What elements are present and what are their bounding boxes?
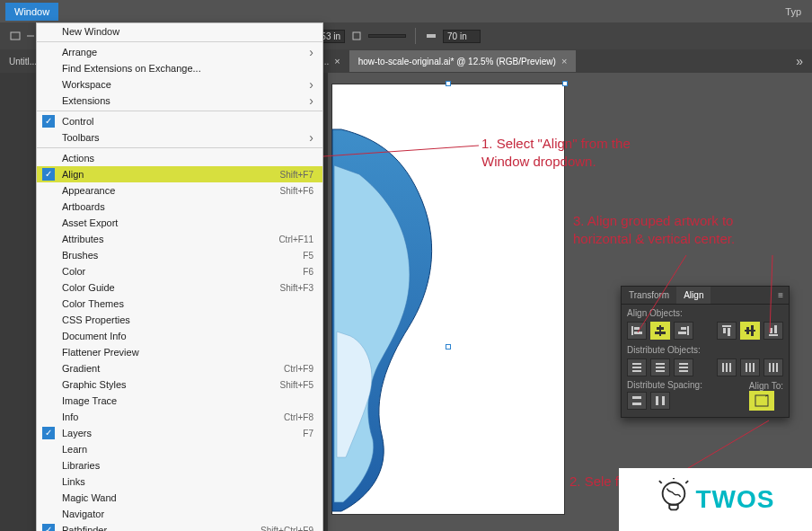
close-icon[interactable]: × — [334, 56, 340, 66]
svg-rect-39 — [753, 363, 755, 372]
menu-item-links[interactable]: Links — [37, 473, 322, 490]
distribute-top-button[interactable] — [627, 358, 647, 376]
selection-handle[interactable] — [446, 81, 451, 86]
menu-item-magic-wand[interactable]: Magic Wand — [37, 490, 322, 506]
section-label: Align To: — [749, 381, 783, 391]
menu-item-label: Attributes — [62, 234, 103, 244]
svg-rect-20 — [746, 327, 749, 334]
menu-item-toolbars[interactable]: Toolbars — [37, 129, 322, 146]
svg-rect-29 — [656, 367, 665, 368]
menu-item-label: Magic Wand — [62, 492, 117, 503]
align-panel[interactable]: Transform Align ≡ Align Objects: Distrib… — [621, 286, 790, 418]
menu-item-flattener-preview[interactable]: Flattener Preview — [37, 344, 322, 360]
menu-item-shortcut: Ctrl+F11 — [278, 235, 313, 244]
svg-rect-47 — [755, 395, 768, 406]
align-top-button[interactable] — [717, 322, 737, 340]
menu-item-gradient[interactable]: GradientCtrl+F9 — [37, 360, 322, 376]
distribute-left-button[interactable] — [717, 358, 737, 376]
align-right-button[interactable] — [674, 322, 693, 340]
panel-menu-icon[interactable]: ≡ — [772, 287, 789, 304]
menu-item-label: Actions — [62, 153, 94, 164]
link-icon[interactable] — [350, 30, 363, 42]
menu-item-document-info[interactable]: Document Info — [37, 328, 322, 344]
svg-rect-28 — [656, 363, 665, 365]
svg-rect-32 — [679, 367, 688, 368]
menu-item-appearance[interactable]: AppearanceShift+F6 — [37, 182, 322, 199]
svg-rect-17 — [723, 328, 726, 333]
distribute-right-button[interactable] — [763, 358, 783, 376]
menu-item-label: Asset Export — [62, 217, 118, 228]
distribute-spacing-v-button[interactable] — [627, 392, 647, 410]
svg-rect-30 — [656, 370, 665, 372]
menu-item-learn[interactable]: Learn — [37, 441, 322, 457]
align-bottom-button[interactable] — [763, 322, 783, 340]
menu-item-color-guide[interactable]: Color GuideShift+F3 — [37, 279, 322, 296]
menu-item-label: Color Guide — [62, 282, 115, 293]
panel-tab-transform[interactable]: Transform — [622, 287, 676, 304]
align-icon[interactable] — [425, 30, 437, 42]
menu-item-label: Navigator — [62, 509, 104, 519]
distribute-vcenter-button[interactable] — [650, 358, 670, 376]
distribute-spacing-h-button[interactable] — [650, 392, 670, 410]
svg-rect-40 — [769, 363, 771, 372]
svg-rect-42 — [776, 363, 778, 372]
section-label: Align Objects: — [622, 305, 789, 320]
align-horizontal-center-button[interactable] — [650, 322, 670, 340]
align-left-button[interactable] — [627, 322, 647, 340]
menu-item-label: Find Extensions on Exchange... — [62, 63, 201, 74]
menu-item-color[interactable]: ColorF6 — [37, 263, 322, 279]
tab-original[interactable]: how-to-scale-original.ai* @ 12.5% (RGB/P… — [349, 50, 577, 72]
other-input[interactable] — [368, 34, 406, 38]
align-vertical-center-button[interactable] — [740, 322, 760, 340]
menu-item-info[interactable]: InfoCtrl+F8 — [37, 409, 322, 425]
menu-item-layers[interactable]: ✓LayersF7 — [37, 425, 322, 441]
menu-item-new-window[interactable]: New Window — [37, 23, 322, 40]
menu-item-shortcut: Ctrl+F9 — [284, 364, 313, 374]
menu-item-align[interactable]: ✓AlignShift+F7 — [37, 166, 322, 182]
tab-overflow-icon[interactable]: » — [787, 54, 812, 68]
menu-item-label: Arrange — [62, 47, 97, 58]
svg-rect-14 — [681, 327, 686, 330]
menu-item-label: Color Themes — [62, 298, 124, 309]
menu-item-workspace[interactable]: Workspace — [37, 76, 322, 93]
menu-item-graphic-styles[interactable]: Graphic StylesShift+F5 — [37, 376, 322, 393]
menu-item-css-properties[interactable]: CSS Properties — [37, 312, 322, 328]
menu-item-color-themes[interactable]: Color Themes — [37, 296, 322, 312]
menu-item-image-trace[interactable]: Image Trace — [37, 393, 322, 409]
group-indicator — [9, 30, 37, 42]
menu-item-artboards[interactable]: Artboards — [37, 199, 322, 215]
menu-item-find-extensions-on-exchange[interactable]: Find Extensions on Exchange... — [37, 60, 322, 76]
svg-rect-37 — [746, 363, 747, 372]
menu-item-attributes[interactable]: AttributesCtrl+F11 — [37, 231, 322, 247]
menu-item-arrange[interactable]: Arrange — [37, 44, 322, 60]
menu-item-brushes[interactable]: BrushesF5 — [37, 247, 322, 263]
menu-item-label: CSS Properties — [62, 314, 130, 325]
check-icon: ✓ — [42, 524, 55, 531]
divider — [415, 28, 416, 44]
menu-item-pathfinder[interactable]: ✓PathfinderShift+Ctrl+F9 — [37, 522, 322, 531]
menu-window[interactable]: Window — [5, 3, 58, 21]
close-icon[interactable]: × — [561, 56, 567, 66]
menu-item-label: Flattener Preview — [62, 347, 139, 358]
menu-item-actions[interactable]: Actions — [37, 150, 322, 166]
menu-item-shortcut: F5 — [303, 251, 313, 261]
panel-tab-align[interactable]: Align — [676, 287, 710, 304]
menu-item-extensions[interactable]: Extensions — [37, 93, 322, 109]
other2-input[interactable]: 70 in — [443, 30, 481, 43]
menu-item-navigator[interactable]: Navigator — [37, 506, 322, 522]
watermark: TWOS — [619, 468, 812, 531]
align-to-button[interactable] — [749, 391, 774, 411]
selection-handle[interactable] — [446, 344, 451, 350]
menu-item-label: Extensions — [62, 95, 110, 106]
menu-item-control[interactable]: ✓Control — [37, 113, 322, 129]
distribute-bottom-button[interactable] — [674, 358, 693, 376]
menu-item-asset-export[interactable]: Asset Export — [37, 215, 322, 231]
tab-label: how-to-scale-original.ai* @ 12.5% (RGB/P… — [358, 57, 556, 66]
selection-handle[interactable] — [562, 81, 568, 86]
svg-rect-19 — [745, 330, 755, 332]
menu-item-libraries[interactable]: Libraries — [37, 457, 322, 473]
distribute-hcenter-button[interactable] — [740, 358, 760, 376]
rect-icon — [9, 30, 22, 42]
svg-rect-18 — [728, 328, 730, 336]
app-menubar: Window Typ — [0, 0, 812, 22]
